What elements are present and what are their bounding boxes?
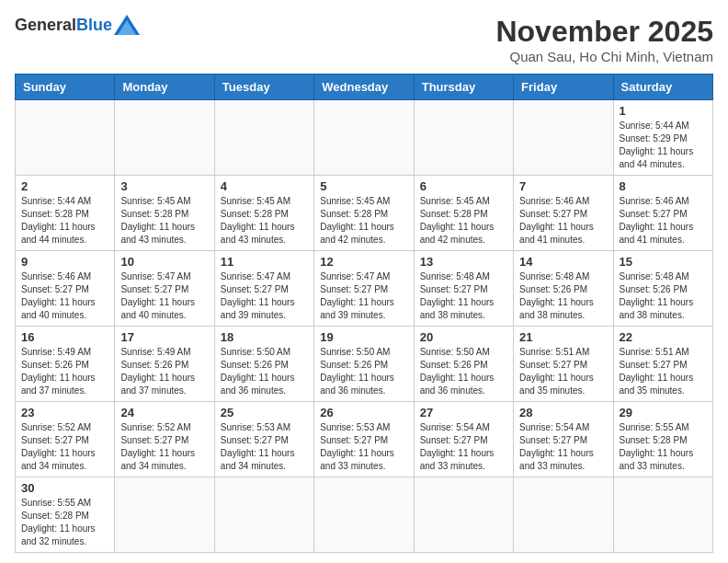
logo-icon (114, 15, 140, 35)
day-number: 16 (21, 330, 108, 344)
logo-blue-text: Blue (76, 16, 112, 35)
day-number: 24 (120, 406, 208, 419)
day-number: 2 (21, 179, 108, 193)
day-number: 8 (620, 179, 707, 193)
day-info: Sunrise: 5:53 AM Sunset: 5:27 PM Dayligh… (221, 421, 308, 473)
day-info: Sunrise: 5:45 AM Sunset: 5:28 PM Dayligh… (320, 195, 407, 247)
weekday-header-saturday: Saturday (613, 75, 712, 100)
day-info: Sunrise: 5:51 AM Sunset: 5:27 PM Dayligh… (519, 346, 607, 397)
day-number: 5 (320, 179, 407, 193)
calendar-cell: 22Sunrise: 5:51 AM Sunset: 5:27 PM Dayli… (613, 327, 712, 402)
day-info: Sunrise: 5:48 AM Sunset: 5:26 PM Dayligh… (620, 270, 707, 322)
day-number: 3 (120, 179, 208, 193)
day-number: 7 (519, 179, 607, 193)
day-number: 19 (320, 330, 407, 344)
calendar-week-row: 23Sunrise: 5:52 AM Sunset: 5:27 PM Dayli… (16, 402, 713, 477)
calendar-cell: 17Sunrise: 5:49 AM Sunset: 5:26 PM Dayli… (115, 327, 214, 402)
calendar-cell: 30Sunrise: 5:55 AM Sunset: 5:28 PM Dayli… (16, 477, 115, 553)
calendar-cell (514, 100, 613, 176)
day-info: Sunrise: 5:53 AM Sunset: 5:27 PM Dayligh… (320, 421, 407, 473)
weekday-header-sunday: Sunday (16, 75, 115, 100)
day-number: 23 (21, 406, 108, 419)
calendar-cell: 4Sunrise: 5:45 AM Sunset: 5:28 PM Daylig… (214, 176, 313, 251)
day-number: 13 (420, 255, 507, 269)
calendar-week-row: 2Sunrise: 5:44 AM Sunset: 5:28 PM Daylig… (16, 176, 713, 251)
calendar-cell: 5Sunrise: 5:45 AM Sunset: 5:28 PM Daylig… (314, 176, 414, 251)
calendar-cell: 20Sunrise: 5:50 AM Sunset: 5:26 PM Dayli… (414, 327, 513, 402)
calendar-cell (115, 477, 214, 553)
logo: General Blue (15, 15, 140, 35)
calendar-cell: 18Sunrise: 5:50 AM Sunset: 5:26 PM Dayli… (214, 327, 313, 402)
day-number: 25 (221, 406, 308, 419)
day-info: Sunrise: 5:54 AM Sunset: 5:27 PM Dayligh… (519, 421, 607, 473)
day-info: Sunrise: 5:45 AM Sunset: 5:28 PM Dayligh… (120, 195, 208, 247)
calendar-cell: 27Sunrise: 5:54 AM Sunset: 5:27 PM Dayli… (414, 402, 513, 477)
calendar-cell (613, 477, 712, 553)
calendar-cell: 28Sunrise: 5:54 AM Sunset: 5:27 PM Dayli… (514, 402, 613, 477)
calendar-week-row: 16Sunrise: 5:49 AM Sunset: 5:26 PM Dayli… (16, 327, 713, 402)
calendar-cell: 12Sunrise: 5:47 AM Sunset: 5:27 PM Dayli… (314, 251, 414, 327)
day-number: 27 (420, 406, 507, 419)
calendar-cell: 2Sunrise: 5:44 AM Sunset: 5:28 PM Daylig… (16, 176, 115, 251)
month-title: November 2025 (495, 15, 713, 49)
day-number: 6 (420, 179, 507, 193)
calendar-week-row: 30Sunrise: 5:55 AM Sunset: 5:28 PM Dayli… (16, 477, 713, 553)
calendar-cell: 3Sunrise: 5:45 AM Sunset: 5:28 PM Daylig… (115, 176, 214, 251)
day-info: Sunrise: 5:47 AM Sunset: 5:27 PM Dayligh… (120, 270, 208, 322)
calendar-cell (115, 100, 214, 176)
day-number: 30 (21, 481, 108, 495)
calendar-cell: 11Sunrise: 5:47 AM Sunset: 5:27 PM Dayli… (214, 251, 313, 327)
day-info: Sunrise: 5:51 AM Sunset: 5:27 PM Dayligh… (620, 346, 707, 397)
page-header: General Blue November 2025 Quan Sau, Ho … (15, 15, 713, 64)
day-info: Sunrise: 5:48 AM Sunset: 5:26 PM Dayligh… (519, 270, 607, 322)
weekday-header-monday: Monday (115, 75, 214, 100)
day-info: Sunrise: 5:46 AM Sunset: 5:27 PM Dayligh… (519, 195, 607, 247)
calendar-cell: 8Sunrise: 5:46 AM Sunset: 5:27 PM Daylig… (613, 176, 712, 251)
day-info: Sunrise: 5:44 AM Sunset: 5:28 PM Dayligh… (21, 195, 108, 247)
calendar-cell: 6Sunrise: 5:45 AM Sunset: 5:28 PM Daylig… (414, 176, 513, 251)
day-number: 29 (620, 406, 707, 419)
weekday-header-thursday: Thursday (414, 75, 513, 100)
calendar-cell: 24Sunrise: 5:52 AM Sunset: 5:27 PM Dayli… (115, 402, 214, 477)
calendar-cell (414, 477, 513, 553)
day-number: 14 (519, 255, 607, 269)
day-info: Sunrise: 5:46 AM Sunset: 5:27 PM Dayligh… (21, 270, 108, 322)
day-info: Sunrise: 5:44 AM Sunset: 5:29 PM Dayligh… (620, 120, 707, 171)
weekday-header-friday: Friday (514, 75, 613, 100)
calendar-week-row: 1Sunrise: 5:44 AM Sunset: 5:29 PM Daylig… (16, 100, 713, 176)
day-info: Sunrise: 5:46 AM Sunset: 5:27 PM Dayligh… (620, 195, 707, 247)
calendar-cell: 14Sunrise: 5:48 AM Sunset: 5:26 PM Dayli… (514, 251, 613, 327)
day-number: 15 (620, 255, 707, 269)
title-block: November 2025 Quan Sau, Ho Chi Minh, Vie… (495, 15, 713, 64)
day-info: Sunrise: 5:54 AM Sunset: 5:27 PM Dayligh… (420, 421, 507, 473)
calendar-cell: 29Sunrise: 5:55 AM Sunset: 5:28 PM Dayli… (613, 402, 712, 477)
calendar-cell (214, 477, 313, 553)
calendar-cell (314, 477, 414, 553)
day-info: Sunrise: 5:49 AM Sunset: 5:26 PM Dayligh… (21, 346, 108, 397)
day-number: 4 (221, 179, 308, 193)
calendar-cell: 1Sunrise: 5:44 AM Sunset: 5:29 PM Daylig… (613, 100, 712, 176)
location-subtitle: Quan Sau, Ho Chi Minh, Vietnam (495, 49, 713, 64)
day-number: 12 (320, 255, 407, 269)
calendar-cell: 25Sunrise: 5:53 AM Sunset: 5:27 PM Dayli… (214, 402, 313, 477)
day-number: 18 (221, 330, 308, 344)
calendar-cell: 15Sunrise: 5:48 AM Sunset: 5:26 PM Dayli… (613, 251, 712, 327)
day-number: 28 (519, 406, 607, 419)
calendar-cell (16, 100, 115, 176)
day-number: 9 (21, 255, 108, 269)
logo-general-text: General (15, 16, 76, 35)
day-number: 11 (221, 255, 308, 269)
calendar-table: SundayMondayTuesdayWednesdayThursdayFrid… (15, 74, 713, 553)
calendar-cell: 9Sunrise: 5:46 AM Sunset: 5:27 PM Daylig… (16, 251, 115, 327)
day-number: 22 (620, 330, 707, 344)
calendar-cell (314, 100, 414, 176)
calendar-cell: 21Sunrise: 5:51 AM Sunset: 5:27 PM Dayli… (514, 327, 613, 402)
calendar-cell (414, 100, 513, 176)
day-info: Sunrise: 5:45 AM Sunset: 5:28 PM Dayligh… (221, 195, 308, 247)
day-info: Sunrise: 5:55 AM Sunset: 5:28 PM Dayligh… (21, 497, 108, 548)
day-info: Sunrise: 5:47 AM Sunset: 5:27 PM Dayligh… (221, 270, 308, 322)
weekday-header-tuesday: Tuesday (214, 75, 313, 100)
day-info: Sunrise: 5:48 AM Sunset: 5:27 PM Dayligh… (420, 270, 507, 322)
day-info: Sunrise: 5:55 AM Sunset: 5:28 PM Dayligh… (620, 421, 707, 473)
day-info: Sunrise: 5:50 AM Sunset: 5:26 PM Dayligh… (221, 346, 308, 397)
